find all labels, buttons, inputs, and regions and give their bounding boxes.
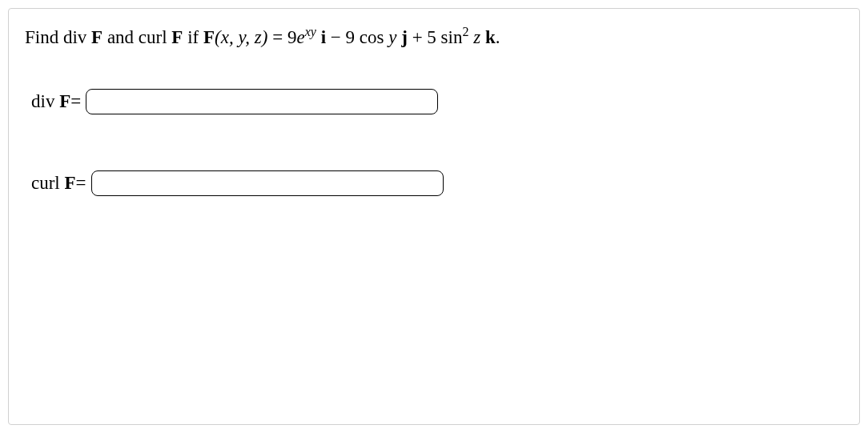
q-minus: − 9 cos	[326, 27, 388, 47]
q-mid2: if	[183, 27, 203, 47]
curl-label-pre: curl	[31, 173, 65, 193]
div-label-pre: div	[31, 91, 59, 111]
q-plus: + 5 sin	[408, 27, 463, 47]
q-j: j	[401, 27, 408, 47]
curl-input[interactable]	[91, 170, 444, 196]
q-z: z	[473, 27, 485, 47]
q-period: .	[496, 27, 500, 47]
curl-label-post: =	[76, 173, 86, 193]
div-row: div F=	[31, 89, 843, 114]
q-F1: F	[91, 27, 102, 47]
q-eq: = 9	[267, 27, 296, 47]
q-prefix: Find div	[25, 27, 91, 47]
q-sq: 2	[462, 25, 468, 38]
problem-container: Find div F and curl F if F(x, y, z) = 9e…	[8, 8, 860, 425]
q-y: y	[388, 27, 401, 47]
div-input[interactable]	[86, 89, 438, 114]
q-F3: F	[203, 27, 215, 47]
div-label-post: =	[70, 91, 81, 111]
q-k: k	[485, 27, 496, 47]
q-e: e	[296, 27, 304, 47]
curl-row: curl F=	[31, 170, 843, 196]
q-F2: F	[171, 27, 183, 47]
curl-label-F: F	[65, 173, 76, 193]
q-exp-xy: xy	[305, 25, 316, 38]
div-label: div F=	[31, 91, 81, 112]
curl-label: curl F=	[31, 173, 86, 194]
q-args: (x, y, z)	[215, 27, 267, 47]
q-mid1: and curl	[102, 27, 171, 47]
question-text: Find div F and curl F if F(x, y, z) = 9e…	[25, 23, 843, 50]
div-label-F: F	[59, 91, 70, 111]
